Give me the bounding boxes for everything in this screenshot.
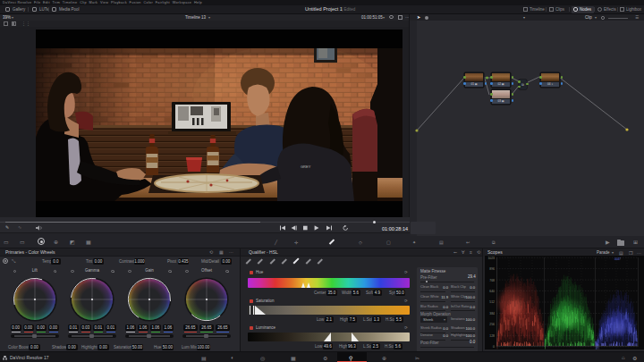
svg-text:0047: 0047 xyxy=(614,257,621,261)
svg-text:384: 384 xyxy=(489,312,495,316)
svg-text:512: 512 xyxy=(489,300,495,304)
svg-text:768: 768 xyxy=(489,279,495,282)
svg-text:896: 896 xyxy=(489,267,495,271)
svg-text:1023: 1023 xyxy=(487,257,495,260)
svg-text:256: 256 xyxy=(489,323,495,326)
svg-text:0: 0 xyxy=(493,345,495,349)
svg-text:128: 128 xyxy=(489,334,495,338)
svg-text:640: 640 xyxy=(489,290,495,293)
